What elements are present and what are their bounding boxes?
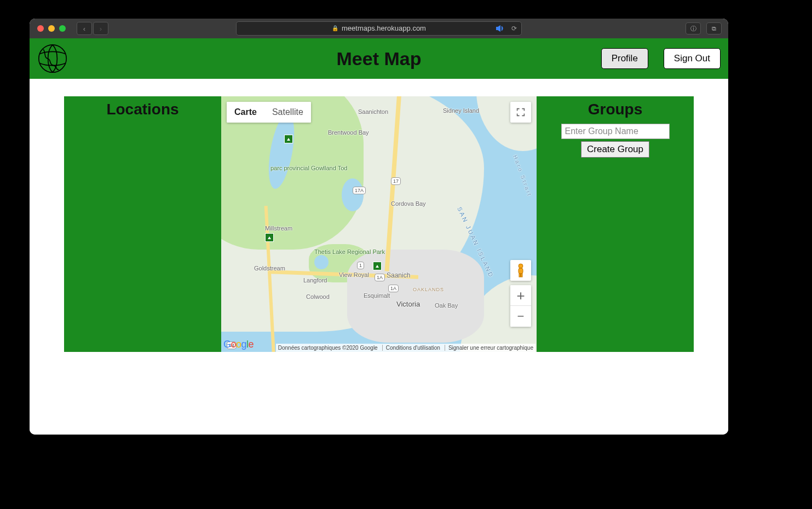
map-label: parc provincial Gowlland Tod xyxy=(270,165,347,171)
svg-rect-6 xyxy=(521,274,523,277)
highway-shield: 17 xyxy=(391,177,401,185)
svg-point-2 xyxy=(39,45,66,72)
map-label: Haro Strait xyxy=(512,154,533,198)
map-label: Saanichton xyxy=(358,108,388,115)
highway-shield: 1A xyxy=(388,285,399,292)
profile-button[interactable]: Profile xyxy=(601,48,648,69)
tabs-overview-button[interactable]: ⧉ xyxy=(706,22,722,34)
url-text: meetmaps.herokuapp.com xyxy=(342,22,426,35)
map-label: Langford xyxy=(303,277,327,284)
zoom-controls: + − xyxy=(510,285,531,327)
map-label: Cordova Bay xyxy=(391,200,426,207)
reader-button[interactable]: ⓘ xyxy=(686,22,701,34)
highway-shield: 1 xyxy=(357,262,364,269)
fullscreen-window-button[interactable] xyxy=(59,25,66,32)
map-label: Brentwood Bay xyxy=(328,129,369,136)
map-attribution: Données cartographiques ©2020 Google Con… xyxy=(276,344,535,352)
forward-button[interactable]: › xyxy=(93,22,108,35)
locations-panel: Locations xyxy=(64,96,221,352)
map-label: Victoria xyxy=(396,300,420,308)
app-header: Meet Map Profile Sign Out xyxy=(30,38,728,79)
svg-marker-1 xyxy=(498,25,500,32)
header-buttons: Profile Sign Out xyxy=(601,48,721,69)
svg-point-3 xyxy=(519,264,523,268)
map-label: Esquimalt xyxy=(364,292,390,299)
map-label: Millstream xyxy=(265,225,292,232)
three-column-layout: Locations xyxy=(64,96,694,352)
group-name-input[interactable] xyxy=(561,124,670,139)
groups-panel: Groups Create Group xyxy=(537,96,694,352)
content-row: Locations xyxy=(30,79,728,352)
svg-rect-5 xyxy=(519,274,521,277)
map-report-link[interactable]: Signaler une erreur cartographique xyxy=(445,345,533,351)
back-button[interactable]: ‹ xyxy=(77,22,92,35)
browser-window: ‹ › 🔒 meetmaps.herokuapp.com ⟳ ⓘ ⧉ + xyxy=(30,19,728,435)
map-label: View Royal xyxy=(339,271,369,278)
browser-titlebar: ‹ › 🔒 meetmaps.herokuapp.com ⟳ ⓘ ⧉ xyxy=(30,19,728,38)
map-label: OAKLANDS xyxy=(413,287,444,292)
camp-marker-icon xyxy=(265,233,274,242)
toolbar-right: ⓘ ⧉ xyxy=(686,22,722,34)
create-group-button[interactable]: Create Group xyxy=(581,141,649,158)
map-type-satellite[interactable]: Satellite xyxy=(264,102,311,123)
sign-out-button[interactable]: Sign Out xyxy=(664,48,721,69)
groups-heading: Groups xyxy=(537,101,694,118)
svg-rect-4 xyxy=(519,268,523,274)
address-bar[interactable]: 🔒 meetmaps.herokuapp.com ⟳ xyxy=(236,21,522,36)
page-title: Meet Map xyxy=(337,48,422,70)
camp-marker-icon xyxy=(284,135,293,143)
map-terms-link[interactable]: Conditions d'utilisation xyxy=(382,345,440,351)
window-controls xyxy=(30,25,66,32)
map-label: Colwood xyxy=(306,293,330,300)
close-window-button[interactable] xyxy=(37,25,44,32)
map-label: Goldstream xyxy=(254,265,285,271)
highway-shield: 1A xyxy=(375,274,385,281)
map-data-attrib: Données cartographiques ©2020 Google xyxy=(278,345,378,351)
fullscreen-button[interactable] xyxy=(510,102,531,123)
map-label: Saanich xyxy=(387,271,410,279)
map-label: Oak Bay xyxy=(435,302,458,309)
zoom-out-button[interactable]: − xyxy=(510,306,531,327)
map-type-toggle: Carte Satellite xyxy=(227,102,311,123)
map-label: Thetis Lake Regional Park xyxy=(314,248,364,255)
reload-icon[interactable]: ⟳ xyxy=(511,22,517,35)
map-label: Sidney Island xyxy=(443,107,479,114)
lock-icon: 🔒 xyxy=(332,22,338,35)
page: Meet Map Profile Sign Out Locations xyxy=(30,38,728,435)
globe-logo-icon xyxy=(37,43,68,74)
svg-rect-0 xyxy=(496,27,498,30)
map-type-map[interactable]: Carte xyxy=(227,102,264,123)
map[interactable]: Saanichton Sidney Island Brentwood Bay p… xyxy=(221,96,537,352)
minimize-window-button[interactable] xyxy=(48,25,55,32)
pegman-streetview[interactable] xyxy=(510,260,531,281)
browser-nav: ‹ › xyxy=(77,22,108,35)
audio-icon[interactable] xyxy=(496,25,505,32)
google-logo: Google xyxy=(223,339,254,350)
locations-heading: Locations xyxy=(64,101,221,118)
zoom-in-button[interactable]: + xyxy=(510,285,531,306)
highway-shield: 17A xyxy=(353,187,366,194)
camp-marker-icon xyxy=(373,262,382,270)
